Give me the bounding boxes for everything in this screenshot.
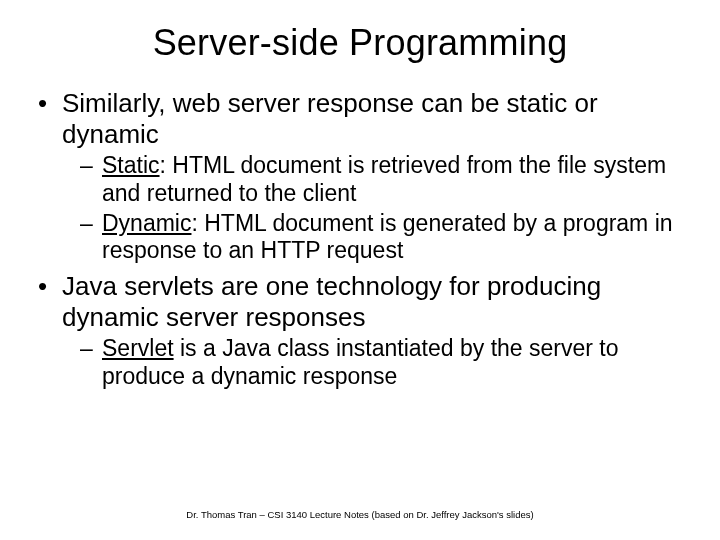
slide: Server-side Programming Similarly, web s… [0, 0, 720, 540]
slide-footer: Dr. Thomas Tran – CSI 3140 Lecture Notes… [0, 509, 720, 520]
sub-bullet-label: Dynamic [102, 210, 191, 236]
sub-bullet-list: Static: HTML document is retrieved from … [62, 152, 690, 264]
sub-bullet-label: Static [102, 152, 160, 178]
sub-bullet-text: is a Java class instantiated by the serv… [102, 335, 618, 389]
slide-body: Similarly, web server response can be st… [0, 74, 720, 390]
bullet-item: Similarly, web server response can be st… [30, 88, 690, 265]
sub-bullet-item: Static: HTML document is retrieved from … [62, 152, 690, 207]
sub-bullet-list: Servlet is a Java class instantiated by … [62, 335, 690, 390]
bullet-text: Java servlets are one technology for pro… [62, 271, 601, 332]
bullet-text: Similarly, web server response can be st… [62, 88, 598, 149]
bullet-item: Java servlets are one technology for pro… [30, 271, 690, 391]
slide-title: Server-side Programming [0, 0, 720, 74]
sub-bullet-item: Servlet is a Java class instantiated by … [62, 335, 690, 390]
bullet-list: Similarly, web server response can be st… [30, 88, 690, 390]
sub-bullet-item: Dynamic: HTML document is generated by a… [62, 210, 690, 265]
sub-bullet-text: : HTML document is retrieved from the fi… [102, 152, 666, 206]
sub-bullet-label: Servlet [102, 335, 174, 361]
